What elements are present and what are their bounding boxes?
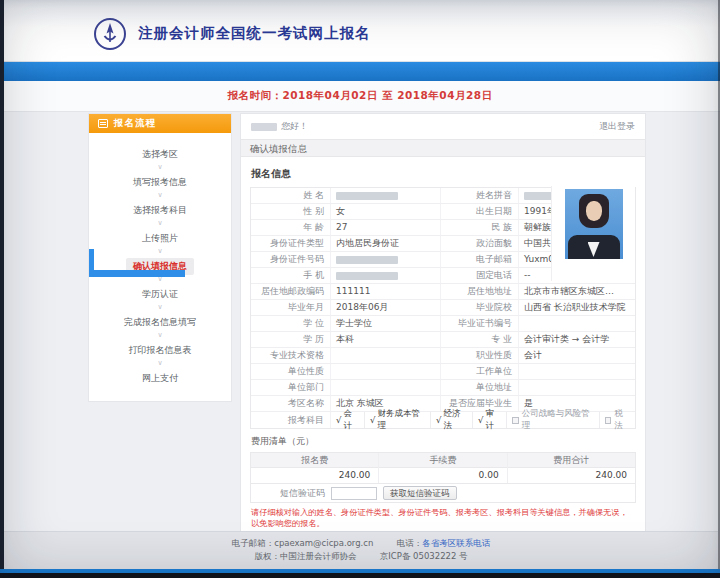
cicpa-logo-icon (92, 16, 128, 52)
subject-option: 审计 (473, 412, 507, 428)
sms-code-input[interactable] (331, 487, 377, 500)
chevron-down-icon (89, 163, 231, 173)
fee-column: 费用合计 240.00 (508, 453, 635, 483)
chevron-down-icon (89, 359, 231, 369)
check-icon (436, 415, 441, 425)
sidebar-step-item[interactable]: 学历认证 (89, 285, 231, 303)
sidebar-step-label: 选择考区 (135, 146, 185, 163)
sidebar-step-item[interactable]: 选择报考科目 (89, 201, 231, 219)
photo-face (586, 201, 602, 221)
page-background: 注册会计师全国统一考试网上报名 报名时间：2018年04月02日 至 2018年… (0, 0, 720, 578)
sidebar-step-item[interactable]: 填写报考信息 (89, 173, 231, 191)
fee-column-header: 手续费 (379, 453, 506, 468)
subject-label: 经济法 (443, 408, 467, 432)
sidebar-step: 网上支付 (89, 369, 231, 387)
field-value (519, 364, 639, 379)
field-value (331, 252, 441, 267)
form-row: 学 位 学士学位 毕业证书编号 (251, 316, 635, 332)
form-row: 单位性质 工作单位 (251, 364, 635, 380)
sidebar-step-label: 网上支付 (135, 370, 185, 387)
page-footer: 电子邮箱：cpaexam@cicpa.org.cn 电话：各省考区联系电话 版权… (4, 531, 718, 569)
logout-link[interactable]: 退出登录 (599, 120, 635, 133)
field-label: 职业性质 (441, 348, 519, 363)
sidebar-step-item[interactable]: 打印报名信息表 (89, 341, 231, 359)
process-list-icon (98, 119, 108, 128)
form-row: 学 历 本科 专 业 会计审计类 → 会计学 (251, 332, 635, 348)
fee-table: 报名费 240.00 手续费 0.00 费用合计 240.00 (250, 452, 636, 484)
site-header: 注册会计师全国统一考试网上报名 (0, 0, 720, 62)
sidebar-step: 选择考区 (89, 145, 231, 173)
active-step-pointer-horizontal (89, 270, 185, 277)
field-label: 身份证件类型 (251, 236, 331, 251)
get-sms-code-button[interactable]: 获取短信验证码 (383, 486, 457, 500)
field-value: 会计 (519, 348, 639, 363)
field-value: 2018年06月 (331, 300, 441, 315)
field-value: 111111 (331, 284, 441, 299)
chevron-down-icon (89, 191, 231, 201)
field-label: 出生日期 (441, 204, 519, 219)
field-label: 政治面貌 (441, 236, 519, 251)
field-label: 手 机 (251, 268, 331, 283)
field-label: 工作单位 (441, 364, 519, 379)
sidebar-step-item[interactable]: 完成报名信息填写 (89, 313, 231, 331)
user-name-redacted (251, 123, 277, 131)
field-label: 居住地地址 (441, 284, 519, 299)
footer-email: cpaexam@cicpa.org.cn (274, 538, 373, 548)
check-icon (478, 415, 483, 425)
sidebar-header: 报名流程 (89, 114, 231, 133)
field-value: 女 (331, 204, 441, 219)
subject-option: 财务成本管理 (365, 412, 431, 428)
field-label: 年 龄 (251, 220, 331, 235)
fee-column-value: 0.00 (379, 468, 506, 483)
footer-phone-link[interactable]: 各省考区联系电话 (422, 538, 490, 548)
footer-copyright-line: 版权：中国注册会计师协会 京ICP备 05032222 号 (4, 550, 718, 563)
footer-phone-label: 电话： (397, 538, 423, 548)
form-row: 单位部门 单位地址 (251, 380, 635, 396)
field-label: 单位地址 (441, 380, 519, 395)
field-label: 学 历 (251, 332, 331, 347)
subjects-label: 报考科目 (251, 412, 331, 428)
fee-list-title: 费用清单（元） (250, 429, 636, 452)
site-title: 注册会计师全国统一考试网上报名 (138, 24, 371, 43)
sidebar-step-label: 上传照片 (135, 230, 185, 247)
top-nav-bar (0, 62, 720, 81)
subject-option: 会计 (331, 412, 365, 428)
sidebar-step-label: 填写报考信息 (126, 174, 194, 191)
fee-column: 手续费 0.00 (379, 453, 507, 483)
chevron-down-icon (89, 303, 231, 313)
confirmation-warning-text: 请仔细核对输入的姓名、身份证件类型、身份证件号码、报考考区、报考科目等关键信息，… (250, 503, 636, 532)
field-value (519, 380, 639, 395)
sidebar-step-item[interactable]: 上传照片 (89, 229, 231, 247)
field-value (331, 348, 441, 363)
subject-label: 公司战略与风险管理 (522, 408, 594, 432)
sidebar-step: 选择报考科目 (89, 201, 231, 229)
form-row: 专业技术资格 职业性质 会计 (251, 348, 635, 364)
subject-label: 审计 (486, 408, 502, 432)
registration-period-notice: 报名时间：2018年04月02日 至 2018年04月28日 (227, 89, 492, 103)
sidebar-title: 报名流程 (114, 117, 156, 130)
footer-icp: 京ICP备 05032222 号 (380, 551, 468, 561)
form-row: 居住地邮政编码 111111 居住地地址 北京市市辖区东城区… (251, 284, 635, 300)
form-wrap: 报名信息 姓 名 姓名拼音 性 别 女 出生日期 1991年07月23日 (241, 157, 645, 567)
photo-cell (551, 186, 635, 281)
field-label: 姓 名 (251, 188, 331, 203)
fee-column-header: 费用合计 (508, 453, 635, 468)
field-value: 27 (331, 220, 441, 235)
fee-column-header: 报名费 (251, 453, 378, 468)
check-icon (370, 415, 375, 425)
screen-edge-left (0, 0, 4, 578)
sidebar-step-item[interactable]: 网上支付 (89, 369, 231, 387)
field-value: 学士学位 (331, 316, 441, 331)
footer-email-label: 电子邮箱： (232, 538, 275, 548)
field-label: 民 族 (441, 220, 519, 235)
sidebar-step-label: 完成报名信息填写 (117, 314, 203, 331)
sms-verification-row: 短信验证码 获取短信验证码 (250, 484, 636, 503)
field-label: 考区名称 (251, 396, 331, 411)
sidebar-step-item[interactable]: 选择考区 (89, 145, 231, 163)
field-label: 学 位 (251, 316, 331, 331)
sidebar-step-label: 选择报考科目 (126, 202, 194, 219)
field-label: 毕业证书编号 (441, 316, 519, 331)
sidebar-step: 完成报名信息填写 (89, 313, 231, 341)
sidebar-step: 上传照片 (89, 229, 231, 257)
field-value: 山西省 长治职业技术学院 (519, 300, 639, 315)
